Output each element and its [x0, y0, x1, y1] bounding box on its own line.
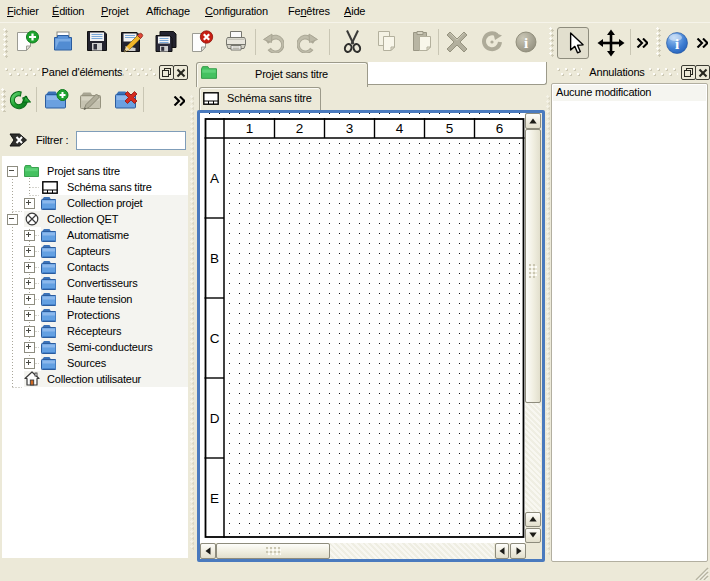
svg-text:3: 3: [346, 121, 354, 136]
svg-text:2: 2: [296, 121, 304, 136]
svg-text:A: A: [210, 171, 219, 186]
svg-text:C: C: [210, 331, 220, 346]
svg-text:1: 1: [246, 121, 254, 136]
svg-text:i: i: [524, 35, 528, 51]
svg-text:B: B: [210, 251, 219, 266]
svg-text:6: 6: [496, 121, 504, 136]
svg-text:i: i: [675, 36, 679, 52]
svg-text:5: 5: [446, 121, 454, 136]
svg-text:D: D: [210, 411, 220, 426]
svg-text:4: 4: [396, 121, 404, 136]
svg-text:E: E: [210, 491, 219, 506]
